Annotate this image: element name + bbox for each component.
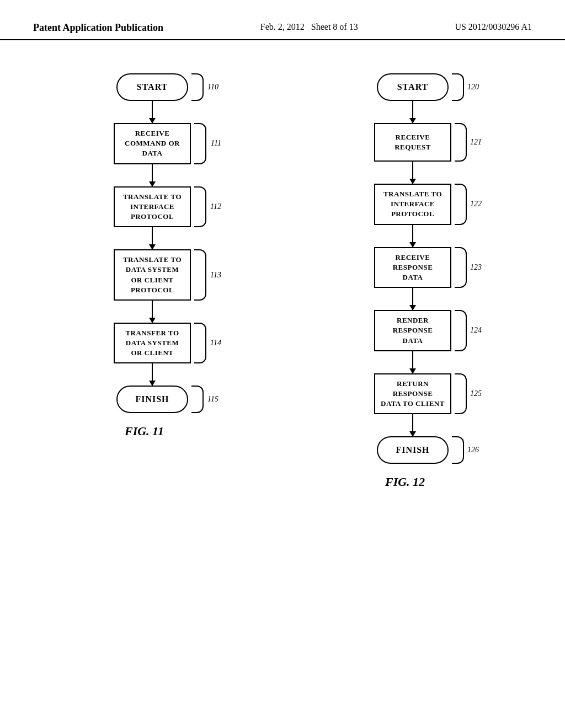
step-111: RECEIVECOMMAND ORDATA 111 <box>114 123 191 164</box>
label-123: 123 <box>470 263 482 272</box>
main-content: START 110 RECEIVECOMMAND ORDATA 111 TRAN… <box>0 40 565 511</box>
bracket-126 <box>452 436 464 464</box>
oval-finish-11: FINISH <box>116 386 188 413</box>
step-124: RENDERRESPONSEDATA 124 <box>374 310 451 351</box>
arrow-125-126 <box>412 414 413 436</box>
arrow-112-113 <box>152 227 153 249</box>
bracket-120 <box>452 73 464 101</box>
patent-number: US 2012/0030296 A1 <box>455 22 532 32</box>
oval-finish-12: FINISH <box>377 436 449 464</box>
arrow-124-125 <box>412 351 413 373</box>
oval-finish-12-text: FINISH <box>396 445 429 455</box>
rect-121-text: RECEIVEREQUEST <box>395 132 431 152</box>
step-113: TRANSLATE TODATA SYSTEMOR CLIENTPROTOCOL… <box>114 249 191 301</box>
bracket-110 <box>191 73 204 101</box>
rect-114-text: TRANSFER TODATA SYSTEMOR CLIENT <box>125 328 179 358</box>
fig12-label: FIG. 12 <box>385 475 425 489</box>
fig12-flowchart: START 120 RECEIVEREQUEST 121 TRANSLATE T… <box>374 73 451 489</box>
rect-124-text: RENDERRESPONSEDATA <box>393 315 433 346</box>
arrow-113-114 <box>152 301 153 323</box>
bracket-114 <box>194 323 206 364</box>
bracket-113 <box>194 249 206 301</box>
rect-121: RECEIVEREQUEST <box>374 123 451 162</box>
step-121: RECEIVEREQUEST 121 <box>374 123 451 162</box>
oval-finish-11-text: FINISH <box>135 394 169 404</box>
step-125: RETURNRESPONSEDATA TO CLIENT 125 <box>374 373 451 415</box>
rect-122-text: TRANSLATE TOINTERFACEPROTOCOL <box>383 189 442 220</box>
rect-112: TRANSLATE TOINTERFACEPROTOCOL <box>114 186 191 228</box>
step-122: TRANSLATE TOINTERFACEPROTOCOL 122 <box>374 184 451 225</box>
publication-title: Patent Application Publication <box>33 22 163 34</box>
rect-112-text: TRANSLATE TOINTERFACEPROTOCOL <box>123 192 182 222</box>
step-114: TRANSFER TODATA SYSTEMOR CLIENT 114 <box>114 323 191 364</box>
arrow-111-112 <box>152 164 153 186</box>
bracket-122 <box>455 184 467 225</box>
step-123: RECEIVERESPONSEDATA 123 <box>374 247 451 288</box>
label-110: 110 <box>207 83 218 92</box>
label-113: 113 <box>210 271 221 280</box>
step-110: START 110 <box>116 73 188 101</box>
label-112: 112 <box>210 202 221 211</box>
label-115: 115 <box>207 395 218 404</box>
rect-125-text: RETURNRESPONSEDATA TO CLIENT <box>381 379 445 409</box>
bracket-115 <box>191 386 204 413</box>
oval-start-12: START <box>377 73 449 101</box>
rect-122: TRANSLATE TOINTERFACEPROTOCOL <box>374 184 451 225</box>
label-122: 122 <box>470 200 482 208</box>
fig11-label: FIG. 11 <box>125 424 164 438</box>
bracket-121 <box>455 123 467 162</box>
label-120: 120 <box>467 83 479 92</box>
arrow-121-122 <box>412 162 413 184</box>
arrow-110-111 <box>152 101 153 123</box>
bracket-123 <box>455 247 467 288</box>
label-114: 114 <box>210 339 221 347</box>
rect-124: RENDERRESPONSEDATA <box>374 310 451 351</box>
label-124: 124 <box>470 326 482 335</box>
rect-123: RECEIVERESPONSEDATA <box>374 247 451 288</box>
label-125: 125 <box>470 389 482 398</box>
rect-114: TRANSFER TODATA SYSTEMOR CLIENT <box>114 323 191 364</box>
fig11-flowchart: START 110 RECEIVECOMMAND ORDATA 111 TRAN… <box>114 73 191 489</box>
arrow-114-115 <box>152 363 153 386</box>
rect-113-text: TRANSLATE TODATA SYSTEMOR CLIENTPROTOCOL <box>123 255 182 295</box>
arrow-120-121 <box>412 101 413 123</box>
rect-111-text: RECEIVECOMMAND ORDATA <box>125 129 180 159</box>
rect-111: RECEIVECOMMAND ORDATA <box>114 123 191 164</box>
bracket-112 <box>194 186 206 228</box>
label-111: 111 <box>211 139 221 148</box>
step-126: FINISH 126 <box>377 436 449 464</box>
oval-start-11: START <box>116 73 188 101</box>
rect-113: TRANSLATE TODATA SYSTEMOR CLIENTPROTOCOL <box>114 249 191 301</box>
page-header: Patent Application Publication Feb. 2, 2… <box>0 0 565 40</box>
step-120: START 120 <box>377 73 449 101</box>
bracket-111 <box>194 123 206 164</box>
publication-date: Feb. 2, 2012 Sheet 8 of 13 <box>260 22 358 32</box>
rect-125: RETURNRESPONSEDATA TO CLIENT <box>374 373 451 415</box>
arrow-123-124 <box>412 288 413 310</box>
bracket-125 <box>455 373 467 415</box>
bracket-124 <box>455 310 467 351</box>
step-115: FINISH 115 <box>116 386 188 413</box>
label-121: 121 <box>470 138 482 147</box>
rect-123-text: RECEIVERESPONSEDATA <box>393 253 433 283</box>
oval-start-12-text: START <box>397 82 429 92</box>
label-126: 126 <box>467 446 479 454</box>
arrow-122-123 <box>412 225 413 247</box>
oval-start-11-text: START <box>137 82 168 92</box>
step-112: TRANSLATE TOINTERFACEPROTOCOL 112 <box>114 186 191 228</box>
